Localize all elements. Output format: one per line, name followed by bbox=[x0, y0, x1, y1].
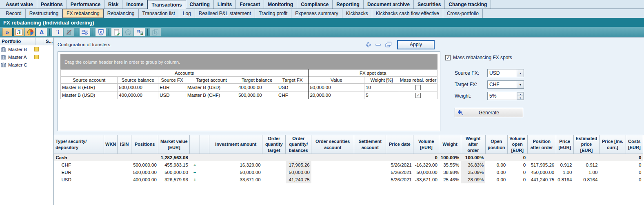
cell-value[interactable]: 50,000.00 bbox=[308, 84, 364, 91]
cell-source-account[interactable]: Master B (EUR) bbox=[61, 84, 118, 91]
pie-chart-icon[interactable] bbox=[25, 28, 36, 36]
expand-icon[interactable]: » bbox=[2, 28, 13, 36]
weight-stepper[interactable]: 5% ▲ ▼ bbox=[487, 92, 524, 100]
euro-shield-icon[interactable]: € bbox=[95, 28, 106, 36]
column-header-order-quantity-target[interactable]: Order quantity target bbox=[262, 135, 286, 154]
update-prices-icon[interactable] bbox=[134, 28, 145, 36]
add-info-icon[interactable]: +i bbox=[52, 28, 63, 36]
remove-row-icon[interactable] bbox=[375, 43, 381, 46]
spin-up-icon[interactable]: ▲ bbox=[517, 92, 524, 96]
subtab-log[interactable]: Log bbox=[179, 9, 195, 18]
increase-icon[interactable]: + bbox=[190, 161, 200, 169]
column-header-mass-rebal-order[interactable]: Mass rebal. order bbox=[399, 77, 437, 84]
apply-button[interactable]: Apply bbox=[397, 40, 435, 49]
group-by-drop-zone[interactable]: Drag the column header here in order to … bbox=[60, 54, 437, 69]
cell-source-account[interactable]: Master B (USD) bbox=[61, 91, 118, 99]
column-header-target-balance[interactable]: Target balance bbox=[237, 77, 277, 84]
column-header-wkn[interactable]: WKN bbox=[104, 135, 118, 154]
column-header-price-inv-curr[interactable]: Price [Inv. curr.] bbox=[599, 135, 626, 154]
portfolio-column-header[interactable]: Portfolio bbox=[0, 38, 36, 45]
column-header-open-position[interactable]: Open position bbox=[485, 135, 507, 154]
column-header-source-account[interactable]: Source account bbox=[61, 77, 118, 84]
subtab-cross-portfolio[interactable]: Cross-portfolio bbox=[443, 9, 483, 18]
column-header-source-fx[interactable]: Source FX bbox=[158, 77, 186, 84]
column-header-volume-open-eur[interactable]: Volume open [EUR] bbox=[507, 135, 527, 154]
subtab-transaction-list[interactable]: Transaction list bbox=[139, 9, 179, 18]
column-header-volume-eur[interactable]: Volume [EUR] bbox=[413, 135, 439, 154]
column-header-source-balance[interactable]: Source balance bbox=[118, 77, 158, 84]
tab-positions[interactable]: Positions bbox=[37, 0, 67, 9]
tab-transactions[interactable]: Transactions bbox=[147, 0, 186, 9]
cell-source-fx[interactable]: USD bbox=[158, 91, 186, 99]
mass-rebal-order-checkbox[interactable] bbox=[415, 93, 421, 98]
sidebar-item-master-b[interactable]: Master B bbox=[0, 45, 53, 53]
column-header-investment-amount[interactable]: Investment amount bbox=[209, 135, 262, 154]
tab-charting[interactable]: Charting bbox=[186, 0, 214, 9]
sidebar-item-master-c[interactable]: Master C bbox=[0, 61, 53, 69]
tab-asset-value[interactable]: Asset value bbox=[2, 0, 37, 9]
column-header-position-after-order[interactable]: Position after order bbox=[527, 135, 556, 154]
tab-compliance[interactable]: Compliance bbox=[297, 0, 333, 9]
column-header-blank-5[interactable] bbox=[190, 135, 200, 154]
group-row-cash[interactable]: Cash1,282,563.080100.00%100.00%00 bbox=[54, 154, 643, 161]
tab-monitoring[interactable]: Monitoring bbox=[264, 0, 297, 9]
tab-change-tracking[interactable]: Change tracking bbox=[445, 0, 491, 9]
cell-source-balance[interactable]: 500,000.00 bbox=[118, 84, 158, 91]
status-column-header[interactable]: S... bbox=[44, 38, 53, 45]
subtab-rebalancing[interactable]: Rebalancing bbox=[104, 9, 139, 18]
cell-source-fx[interactable]: EUR bbox=[158, 84, 186, 91]
column-header-estimated-price-eur[interactable]: Estimated price [EUR] bbox=[573, 135, 599, 154]
subtab-restructuring[interactable]: Restructuring bbox=[26, 9, 62, 18]
cell-target-account[interactable]: Master B (CHF) bbox=[186, 91, 237, 99]
copy-icon[interactable] bbox=[385, 42, 392, 47]
cell-weight[interactable]: 5 bbox=[364, 91, 399, 99]
subtab-kickbacks[interactable]: Kickbacks bbox=[342, 9, 372, 18]
subtab-kickbacks-cash-flow-effective[interactable]: Kickbacks cash flow effective bbox=[372, 9, 443, 18]
increase-icon[interactable]: + bbox=[190, 176, 200, 183]
add-row-icon[interactable] bbox=[366, 42, 371, 47]
column-header-costs-eur[interactable]: Costs [EUR] bbox=[626, 135, 643, 154]
decrease-icon[interactable]: − bbox=[190, 169, 200, 176]
tab-income[interactable]: Income bbox=[122, 0, 147, 9]
mass-rebalancing-checkbox[interactable] bbox=[445, 55, 451, 60]
copy-euro-icon[interactable]: € bbox=[150, 28, 161, 36]
cell-source-balance[interactable]: 400,000.00 bbox=[118, 91, 158, 99]
transfer-row[interactable]: Master B (USD)400,000.00USDMaster B (CHF… bbox=[61, 91, 437, 99]
chevron-down-icon[interactable]: ▼ bbox=[517, 69, 524, 77]
source-fx-select[interactable]: USD ▼ bbox=[487, 69, 524, 77]
column-header-order-securities-account[interactable]: Order securities account bbox=[311, 135, 354, 154]
mass-rebal-order-checkbox[interactable] bbox=[415, 85, 421, 90]
column-header-market-value-eur[interactable]: Market value [EUR] bbox=[158, 135, 190, 154]
column-header-weight[interactable]: Weight [%] bbox=[364, 77, 399, 84]
generate-button[interactable]: Generate bbox=[455, 108, 523, 117]
report-icon[interactable] bbox=[111, 28, 122, 36]
tab-forecast[interactable]: Forecast bbox=[236, 0, 264, 9]
cell-target-fx[interactable]: USD bbox=[277, 84, 309, 91]
tab-document-archive[interactable]: Document archive bbox=[364, 0, 414, 9]
delete-icon[interactable] bbox=[64, 28, 74, 36]
cell-value[interactable]: 20,000.00 bbox=[308, 91, 364, 99]
subtab-realised-p-l-statement[interactable]: Realised P&L statement bbox=[195, 9, 255, 18]
transfer-row[interactable]: Master B (EUR)500,000.00EURMaster B (USD… bbox=[61, 84, 437, 91]
target-fx-select[interactable]: CHF ▼ bbox=[487, 80, 524, 89]
tab-risk[interactable]: Risk bbox=[104, 0, 122, 9]
subtab-trading-profit[interactable]: Trading profit bbox=[255, 9, 291, 18]
sliders-icon[interactable] bbox=[80, 28, 90, 36]
column-header-settlement-account[interactable]: Settlement account bbox=[354, 135, 386, 154]
column-header-isin[interactable]: ISIN bbox=[118, 135, 131, 154]
column-header-value[interactable]: Value bbox=[308, 77, 364, 84]
cell-target-balance[interactable]: 500,000.00 bbox=[237, 91, 277, 99]
tab-reporting[interactable]: Reporting bbox=[333, 0, 364, 9]
column-header-target-account[interactable]: Target account bbox=[186, 77, 237, 84]
column-header-price-eur[interactable]: Price [EUR] bbox=[556, 135, 573, 154]
subtab-expenses-summary[interactable]: Expenses summary bbox=[291, 9, 342, 18]
sidebar-item-master-a[interactable]: Master A bbox=[0, 53, 53, 61]
subtab-fx-rebalancing[interactable]: FX rebalancing bbox=[62, 9, 104, 18]
position-row-eur[interactable]: EUR500,000.00500,000.00−-50,000.00-50,00… bbox=[54, 169, 643, 176]
column-header-price-date[interactable]: Price date bbox=[386, 135, 413, 154]
delta-icon[interactable]: Δ bbox=[36, 28, 47, 36]
position-row-chf[interactable]: CHF500,000.00455,983.15+16,329.0017,905.… bbox=[54, 161, 643, 169]
subtab-record[interactable]: Record bbox=[2, 9, 26, 18]
tab-performance[interactable]: Performance bbox=[67, 0, 104, 9]
chevron-down-icon[interactable]: ▼ bbox=[517, 81, 524, 88]
